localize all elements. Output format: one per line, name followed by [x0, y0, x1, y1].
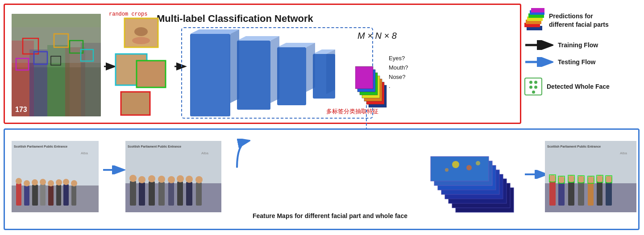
- svg-point-130: [596, 175, 603, 182]
- svg-point-99: [195, 176, 203, 183]
- svg-text:Scottish Parliament Public Ent: Scottish Parliament Public Entrance: [128, 145, 181, 148]
- crowd-image: 173: [12, 14, 101, 116]
- svg-point-132: [605, 176, 612, 183]
- svg-rect-127: [588, 182, 594, 206]
- svg-rect-76: [71, 186, 76, 206]
- svg-point-71: [48, 180, 54, 186]
- svg-text:Scottish Parliament Public Ent: Scottish Parliament Public Entrance: [547, 145, 601, 148]
- bottom-section: Scottish Parliament Public Entrance Alba: [4, 128, 640, 230]
- svg-marker-38: [326, 49, 335, 94]
- group-photo-1: Scottish Parliament Public Entrance Alba: [12, 141, 99, 212]
- dots-label: .: [389, 82, 408, 91]
- svg-rect-54: [531, 8, 544, 12]
- svg-text:Scottish Parliament Public Ent: Scottish Parliament Public Entrance: [14, 145, 67, 148]
- svg-point-93: [168, 176, 175, 183]
- svg-rect-84: [130, 181, 136, 206]
- svg-rect-96: [186, 182, 192, 206]
- legend-testing-flow: Testing Flow: [524, 57, 596, 67]
- predictions-label: Predictions fordifferent facial parts: [549, 12, 609, 28]
- detected-face-label: Detected Whole Face: [547, 82, 610, 91]
- svg-rect-68: [40, 184, 46, 206]
- svg-rect-123: [568, 181, 574, 206]
- svg-point-87: [138, 176, 145, 183]
- group-photo-2-svg: Scottish Parliament Public Entrance Alba: [125, 141, 221, 212]
- svg-point-109: [466, 165, 472, 170]
- svg-point-124: [568, 175, 575, 182]
- svg-point-77: [71, 180, 77, 186]
- main-container: random crops Multi-label Classification …: [0, 0, 644, 235]
- svg-point-23: [134, 27, 148, 36]
- svg-rect-70: [48, 186, 54, 206]
- eyes-label: Eyes?: [389, 54, 408, 63]
- svg-point-111: [445, 168, 449, 172]
- feature-caption: Feature Maps for different facial part a…: [253, 211, 407, 221]
- svg-rect-129: [597, 181, 602, 206]
- nose-label: Nose?: [389, 73, 408, 82]
- svg-rect-62: [16, 183, 21, 206]
- top-section: random crops Multi-label Classification …: [4, 4, 521, 124]
- chinese-label: 多标签分类抽取特征: [326, 107, 378, 115]
- svg-marker-36: [306, 43, 315, 92]
- neural-network-blocks: [186, 29, 346, 123]
- stripes-icon: [524, 8, 544, 33]
- group-photo-1-svg: Scottish Parliament Public Entrance Alba: [12, 141, 99, 212]
- svg-point-120: [549, 175, 556, 182]
- arrow-photo2-to-nn: [224, 139, 250, 170]
- legend-area: Predictions fordifferent facial parts Tr…: [524, 4, 640, 124]
- svg-point-69: [40, 179, 46, 185]
- svg-point-128: [587, 176, 594, 183]
- svg-point-122: [558, 176, 565, 183]
- feature-maps-svg: [429, 139, 518, 214]
- svg-point-110: [476, 161, 480, 165]
- green-dots-icon: [524, 78, 542, 95]
- svg-rect-125: [578, 182, 584, 206]
- legend-detected-face: Detected Whole Face: [524, 78, 610, 95]
- svg-point-65: [24, 180, 30, 186]
- result-photo-svg: Scottish Parliament Public Entrance Alba: [545, 141, 636, 212]
- dot4: [534, 86, 537, 89]
- svg-rect-72: [56, 185, 61, 206]
- svg-point-108: [452, 161, 459, 168]
- svg-rect-21: [137, 61, 166, 87]
- svg-point-67: [32, 179, 38, 186]
- svg-rect-121: [558, 182, 565, 206]
- arrow-photo1-to-photo2: [102, 165, 125, 174]
- svg-point-126: [578, 176, 585, 183]
- svg-point-91: [158, 176, 165, 183]
- svg-point-73: [56, 179, 62, 186]
- testing-flow-label: Testing Flow: [558, 58, 596, 66]
- svg-text:Alba: Alba: [201, 151, 209, 155]
- network-title: Multi-label Classification Network: [157, 13, 313, 25]
- mouth-label: Mouth?: [389, 63, 408, 73]
- dot5: [532, 91, 535, 94]
- svg-rect-94: [177, 181, 183, 206]
- dot3: [529, 86, 532, 89]
- svg-rect-98: [196, 182, 202, 206]
- feature-maps-area: [429, 139, 518, 214]
- formula-label: M × N × 8: [357, 31, 397, 41]
- svg-rect-29: [277, 47, 306, 105]
- legend-training-flow: Training Flow: [524, 40, 598, 50]
- training-flow-label: Training Flow: [558, 41, 598, 49]
- svg-point-89: [148, 175, 155, 182]
- svg-text:173: 173: [15, 106, 27, 113]
- svg-rect-86: [139, 182, 145, 206]
- svg-rect-27: [191, 34, 229, 116]
- result-photo: Scottish Parliament Public Entrance Alba: [545, 141, 636, 212]
- svg-text:Alba: Alba: [620, 151, 627, 155]
- svg-point-97: [186, 176, 193, 183]
- black-arrow-icon: [524, 40, 553, 50]
- crowd-svg: 173: [12, 14, 101, 116]
- svg-point-95: [177, 175, 184, 182]
- svg-rect-28: [237, 41, 270, 110]
- dot2: [534, 81, 537, 84]
- part-labels: Eyes? Mouth? Nose? .: [389, 54, 408, 91]
- svg-rect-88: [149, 181, 155, 206]
- svg-rect-92: [168, 182, 174, 206]
- svg-rect-64: [24, 186, 29, 206]
- crop-patches: [112, 16, 170, 119]
- svg-rect-45: [355, 66, 373, 89]
- blue-arrow-icon: [524, 57, 553, 67]
- dot1: [529, 81, 532, 84]
- svg-rect-131: [606, 182, 612, 206]
